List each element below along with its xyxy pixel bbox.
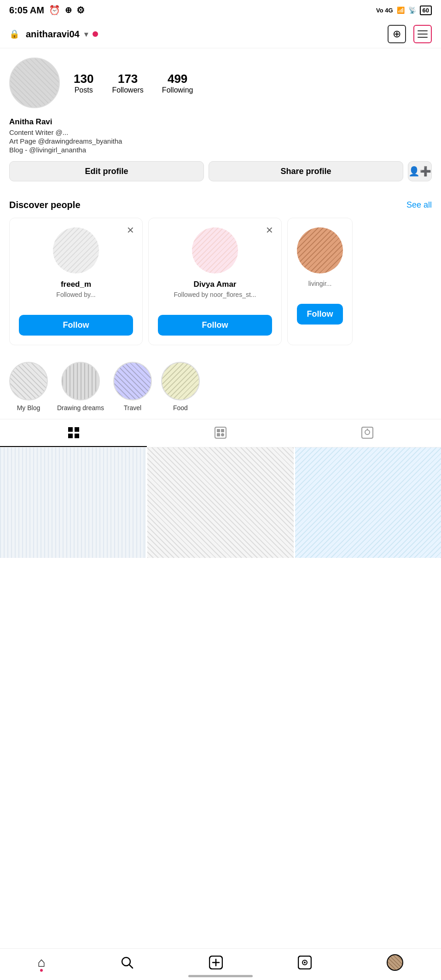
bio-section: Anitha Ravi Content Writer @... Art Page… [9,117,432,154]
username-display[interactable]: anitharavi04 [26,29,80,40]
bottom-nav-search[interactable] [120,956,134,969]
add-friend-button[interactable]: 👤➕ [408,161,432,181]
menu-button[interactable] [413,25,432,43]
tab-reels[interactable] [147,419,294,447]
bottom-nav-add[interactable] [209,956,223,969]
add-post-button[interactable]: ⊕ [388,25,406,43]
signal-icon: 📶 [397,6,405,14]
profile-avatar[interactable] [9,58,60,108]
content-tabs [0,419,441,447]
svg-rect-7 [217,433,220,436]
highlight-item-3[interactable]: Travel [113,362,152,412]
posts-stat[interactable]: 130 Posts [74,72,93,94]
add-icon [209,956,223,969]
share-profile-button[interactable]: Share profile [209,161,403,181]
highlight-item-2[interactable]: Drawing dreams [57,362,104,412]
highlights-section: My Blog Drawing dreams Travel Food [0,354,441,419]
post-cell-2[interactable] [147,447,293,558]
followers-stat[interactable]: 173 Followers [112,72,143,94]
profile-top: 130 Posts 173 Followers 499 Following [9,58,432,108]
highlight-circle-3 [113,362,152,400]
post-cell-1[interactable] [0,447,146,558]
posts-count: 130 [74,72,93,86]
home-notification-dot [40,969,43,972]
discover-section: Discover people See all ✕ freed_m Follow… [0,195,441,354]
lte-icon: Vo 4G [376,7,393,14]
home-indicator [188,975,253,977]
wifi-icon: 📡 [408,6,416,14]
discover-title: Discover people [9,200,81,210]
follow-button-1[interactable]: Follow [19,315,133,336]
see-all-button[interactable]: See all [406,200,432,210]
battery-indicator: 60 [420,6,432,15]
follow-button-2[interactable]: Follow [158,315,272,336]
profile-name: Anitha Ravi [9,117,432,127]
discover-header: Discover people See all [9,200,432,210]
svg-rect-6 [221,429,224,432]
reels-nav-icon [298,956,312,969]
bio-line-1: Content Writer @... [9,128,432,136]
svg-rect-5 [217,429,220,432]
post-cell-3[interactable] [295,447,441,558]
nav-action-icons: ⊕ [388,25,432,43]
svg-rect-1 [75,427,79,432]
battery-level: 60 [423,7,429,14]
person-avatar-2 [192,227,238,273]
bio-line-2[interactable]: Art Page @drawingdreams_byanitha [9,137,432,145]
highlight-label-4: Food [173,404,188,412]
person-avatar-1 [53,227,99,273]
avatar-image [10,58,59,107]
edit-profile-button[interactable]: Edit profile [9,161,204,181]
activity-icon: ⊕ [65,5,72,15]
action-buttons: Edit profile Share profile 👤➕ [9,161,432,181]
close-card-2-button[interactable]: ✕ [263,224,276,237]
dropdown-icon[interactable]: ▾ [84,30,88,39]
tab-tagged[interactable] [294,419,441,447]
lock-icon: 🔒 [9,29,19,39]
highlight-item-4[interactable]: Food [161,362,200,412]
grid-icon [68,427,80,439]
svg-rect-3 [75,434,79,438]
highlight-circle-1 [9,362,48,400]
bottom-nav-reels[interactable] [298,956,312,969]
close-card-1-button[interactable]: ✕ [124,224,137,237]
bottom-nav-profile[interactable] [387,954,403,971]
svg-point-19 [304,962,306,963]
status-right-icons: Vo 4G 📶 📡 60 [376,6,432,15]
follow-button-3[interactable]: Follow [297,304,343,325]
time-display: 6:05 AM [9,5,44,16]
svg-rect-0 [68,427,73,432]
profile-avatar-nav [387,954,403,971]
bio-line-3[interactable]: Blog - @livingirl_anantha [9,146,432,154]
highlight-circle-4 [161,362,200,400]
highlight-item-1[interactable]: My Blog [9,362,48,412]
person-name-1: freed_m [61,280,91,289]
following-count: 499 [168,72,187,86]
top-nav: 🔒 anitharavi04 ▾ ⊕ [0,20,441,48]
plus-icon: ⊕ [393,28,401,40]
tab-grid[interactable] [0,419,147,447]
people-cards-container: ✕ freed_m Followed by... Follow ✕ Divya … [9,218,432,350]
svg-point-10 [365,430,370,435]
person-sub-1: Followed by... [56,291,95,307]
following-stat[interactable]: 499 Following [162,72,193,94]
bottom-nav-home[interactable]: ⌂ [38,955,46,970]
posts-grid [0,447,441,558]
hamburger-line-1 [418,30,428,31]
notification-dot [93,31,98,37]
person-card-3: livingir... Follow [287,218,353,345]
svg-point-8 [221,433,224,436]
username-area[interactable]: 🔒 anitharavi04 ▾ [9,29,98,40]
settings-icon: ⚙ [76,5,85,16]
highlight-label-3: Travel [124,404,141,412]
svg-line-13 [129,965,133,968]
profile-section: 130 Posts 173 Followers 499 Following An… [0,48,441,195]
tagged-icon [361,427,373,439]
following-label: Following [162,86,193,94]
highlight-circle-2 [61,362,100,400]
stats-area: 130 Posts 173 Followers 499 Following [74,72,432,94]
person-avatar-3 [297,227,343,273]
followers-label: Followers [112,86,143,94]
svg-rect-2 [68,434,73,438]
hamburger-line-3 [418,37,428,38]
